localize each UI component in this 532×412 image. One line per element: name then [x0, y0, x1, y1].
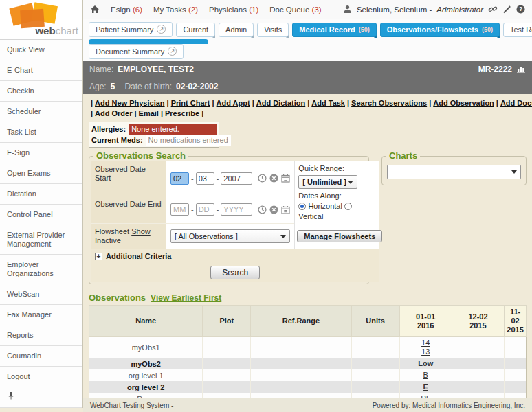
tab-bar: Patient Summary↗CurrentAdminVisitsMedica… — [83, 19, 532, 61]
obs-value-cell: E — [399, 381, 452, 393]
popout-icon[interactable]: ↗ — [168, 47, 177, 56]
sidebar-item-webscan[interactable]: WebScan — [0, 284, 82, 305]
obs-name-cell: org level 1 — [89, 369, 203, 381]
patient-name-label: Name: — [89, 65, 113, 74]
allergies-link[interactable]: Allergies: — [91, 124, 126, 135]
webchart-logo[interactable]: webchart — [0, 0, 82, 40]
sidebar-item-coumadin[interactable]: Coumadin — [0, 346, 82, 367]
obs-value-link[interactable]: 13 — [401, 347, 450, 356]
search-fieldset-title: Observations Search — [93, 150, 188, 161]
patient-demo-bar: Age: 5 Date of birth: 02-02-2002 — [83, 78, 532, 94]
action-link-prescribe[interactable]: Prescribe — [165, 109, 199, 117]
horizontal-label: Horizontal — [308, 202, 342, 210]
date-separator: - — [191, 174, 194, 183]
current-meds-link[interactable]: Current Meds: — [91, 135, 143, 146]
date-line1: 01-01 — [401, 312, 450, 321]
sidebar-item-open-exams[interactable]: Open Exams — [0, 163, 82, 184]
clock-icon[interactable] — [258, 205, 267, 214]
action-link-search-observations[interactable]: Search Observations — [351, 99, 427, 107]
action-separator: | — [212, 99, 214, 107]
flowsheet-select[interactable]: [ All Observations ] — [170, 229, 290, 243]
tab-patient-summary[interactable]: Patient Summary↗ — [89, 22, 173, 37]
obs-refrange-cell — [251, 337, 351, 358]
start-day-input[interactable] — [196, 172, 214, 185]
obs-value-link[interactable]: E — [401, 382, 450, 391]
vertical-radio[interactable] — [344, 203, 352, 210]
tab-row-1: Patient Summary↗CurrentAdminVisitsMedica… — [89, 22, 532, 37]
calendar-icon[interactable] — [281, 174, 290, 183]
tab-test-results[interactable]: Test Results — [503, 23, 532, 37]
action-group-left-2: |Add Order|Email|Prescribe| — [89, 108, 206, 119]
tab-count: (50) — [482, 26, 493, 33]
horizontal-radio[interactable] — [298, 203, 306, 210]
action-link-add-order[interactable]: Add Order — [95, 109, 132, 117]
date-separator: - — [217, 205, 219, 214]
start-month-input[interactable] — [170, 172, 189, 185]
sidebar-item-e-sign[interactable]: E-Sign — [0, 143, 82, 163]
action-link-add-dictation[interactable]: Add Dictation — [256, 99, 306, 107]
additional-criteria-row[interactable]: + Additional Criteria — [91, 249, 379, 263]
obs-value-link[interactable]: B — [401, 371, 450, 380]
clear-date-icon[interactable] — [269, 205, 278, 214]
topnav-label: Esign — [111, 5, 131, 14]
start-year-input[interactable] — [221, 172, 252, 185]
tab-label: Visits — [264, 25, 282, 34]
charts-select[interactable] — [387, 165, 521, 179]
tab-observations-flowsheets[interactable]: Observations/Flowsheets(50) — [380, 23, 500, 37]
sidebar-item-dictation[interactable]: Dictation — [0, 184, 82, 205]
tab-admin[interactable]: Admin — [219, 23, 254, 37]
expand-plus-icon[interactable]: + — [95, 253, 102, 260]
sidebar-item-quick-view[interactable]: Quick View — [0, 40, 82, 60]
obs-plot-cell — [203, 381, 251, 393]
action-link-add-observation[interactable]: Add Observation — [433, 99, 494, 107]
manage-flowsheets-button[interactable]: Manage Flowsheets — [297, 230, 382, 242]
topnav-physicians[interactable]: Physicians (1) — [209, 5, 258, 14]
action-link-add-task[interactable]: Add Task — [311, 99, 345, 107]
action-link-print-chart[interactable]: Print Chart — [171, 99, 210, 107]
wand-icon[interactable] — [502, 5, 511, 14]
sidebar-item-logout[interactable]: Logout — [0, 367, 82, 387]
sidebar-item-fax-manager[interactable]: Fax Manager — [0, 305, 82, 325]
calendar-icon[interactable] — [281, 205, 290, 214]
sidebar-item-reports[interactable]: Reports — [0, 325, 82, 346]
clock-icon[interactable] — [258, 174, 267, 183]
sidebar-item-external-provider-management[interactable]: External Provider Management — [0, 225, 82, 255]
action-link-add-document[interactable]: Add Document — [500, 99, 532, 107]
obs-refrange-cell — [251, 358, 351, 369]
topnav-my-tasks[interactable]: My Tasks (2) — [153, 5, 198, 14]
sidebar-item-control-panel[interactable]: Control Panel — [0, 205, 82, 225]
tab-visits[interactable]: Visits — [257, 23, 289, 37]
action-link-add-new-physician[interactable]: Add New Physician — [95, 99, 164, 107]
obs-value-link[interactable]: 14 — [401, 339, 450, 347]
end-month-input[interactable] — [170, 203, 189, 216]
view-earliest-first-link[interactable]: View Earliest First — [151, 293, 221, 303]
obs-units-cell — [351, 337, 399, 358]
search-button[interactable]: Search — [210, 266, 260, 279]
end-year-input[interactable] — [221, 203, 252, 216]
link-icon[interactable] — [488, 5, 498, 14]
tab-document-summary[interactable]: Document Summary↗ — [89, 44, 184, 59]
obs-units-cell — [351, 358, 399, 369]
action-link-email[interactable]: Email — [139, 109, 159, 117]
sidebar-item-task-list[interactable]: Task List — [0, 122, 82, 143]
quick-range-select[interactable]: [ Unlimited ] — [298, 175, 357, 189]
sidebar-item-employer-organizations[interactable]: Employer Organizations — [0, 255, 82, 284]
help-icon[interactable]: ? — [516, 5, 525, 14]
date-line2: 2015 — [506, 325, 524, 334]
topnav-esign[interactable]: Esign (6) — [111, 5, 142, 14]
sidebar-item-e-chart[interactable]: E-Chart — [0, 60, 82, 81]
chart-bars-icon[interactable] — [516, 65, 526, 73]
clear-date-icon[interactable] — [269, 174, 278, 183]
end-day-input[interactable] — [196, 203, 214, 216]
action-link-add-appt[interactable]: Add Appt — [217, 99, 250, 107]
pushpin-icon[interactable] — [7, 391, 15, 400]
sidebar-item-scheduler[interactable]: Scheduler — [0, 102, 82, 122]
sidebar-item-checkin[interactable]: Checkin — [0, 81, 82, 102]
popout-icon[interactable]: ↗ — [157, 25, 166, 34]
topnav-count: (1) — [247, 5, 258, 14]
obs-value-link[interactable]: Low — [401, 359, 450, 368]
tab-current[interactable]: Current — [176, 23, 215, 37]
home-icon[interactable] — [90, 5, 100, 14]
tab-medical-record[interactable]: Medical Record(50) — [292, 23, 376, 37]
topnav-doc-queue[interactable]: Doc Queue (3) — [269, 5, 321, 14]
